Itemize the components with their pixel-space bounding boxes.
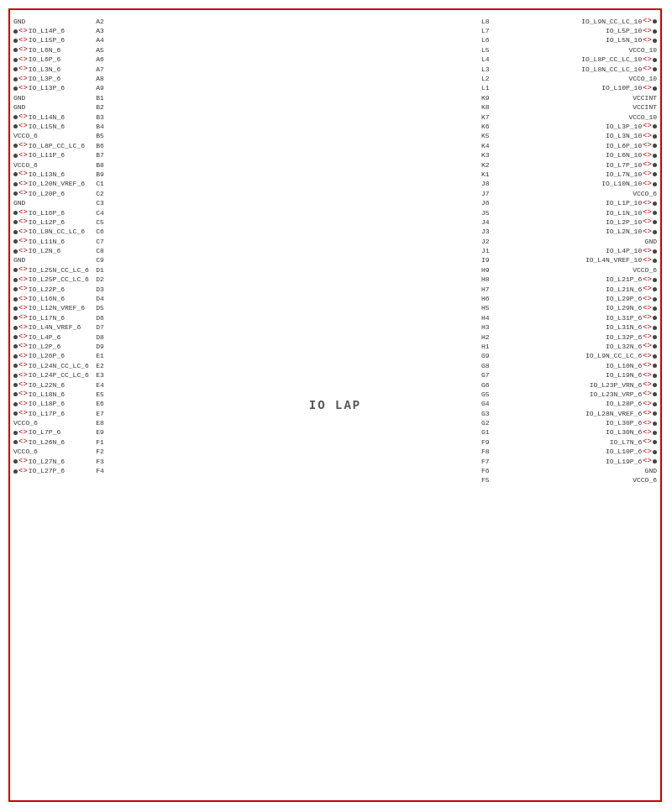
- pin-dot: [13, 154, 18, 158]
- pin-id: B3: [89, 114, 104, 121]
- pin-label: IO_L4P_6: [29, 334, 60, 341]
- pin-id: F5: [481, 477, 496, 484]
- left-pin-a3: <> IO_L14P_6 A3: [13, 26, 105, 35]
- pin-connector: <>: [18, 37, 28, 45]
- pin-dot: [13, 306, 18, 311]
- pin-dot: [13, 48, 18, 52]
- left-pin-b8: VCCO_6 B8: [13, 160, 105, 170]
- pin-dot: [653, 134, 657, 139]
- right-pin-j2: GND J2: [480, 237, 657, 246]
- pin-connector: <>: [643, 85, 652, 92]
- pin-id: C7: [89, 238, 104, 245]
- pin-dot: [653, 440, 657, 444]
- pin-label: IO_L20P_6: [29, 191, 65, 197]
- pin-id: B2: [89, 104, 104, 111]
- pin-dot: [13, 220, 18, 224]
- pin-connector: <>: [18, 458, 28, 465]
- pin-connector: <>: [643, 429, 652, 437]
- pin-label: VCCO_10: [628, 47, 657, 54]
- right-pin-j5: <> IO_L1N_10 J5: [480, 208, 657, 217]
- pin-dot: [653, 383, 657, 387]
- pin-label: IO_L8P_CC_LC_10: [581, 56, 642, 63]
- right-pin-k6: <> IO_L3P_10 K6: [480, 122, 657, 131]
- pin-dot: [13, 58, 18, 62]
- pin-id: F4: [89, 468, 104, 474]
- pin-id: E7: [89, 411, 104, 417]
- pin-label: IO_L9N_CC_LC_6: [585, 353, 642, 359]
- pin-connector: <>: [18, 152, 28, 160]
- pin-label: IO_L21P_6: [606, 276, 642, 283]
- pin-dot: [13, 268, 18, 272]
- pin-connector: <>: [643, 343, 652, 350]
- pin-id: E8: [89, 420, 104, 427]
- pin-label: IO_L25P_CC_LC_6: [29, 276, 89, 283]
- pin-dot: [13, 249, 18, 254]
- pin-dot: [653, 182, 657, 186]
- pin-dot: [653, 220, 657, 224]
- pin-dot: [653, 422, 657, 426]
- left-pin-e7: <> IO_L17P_6 E7: [13, 409, 105, 418]
- pin-label: VCCO_6: [633, 477, 657, 484]
- pin-id: F1: [89, 439, 104, 446]
- left-pin-e8: VCCO_6 E8: [13, 418, 105, 427]
- pin-label: IO_L3P_10: [606, 123, 642, 130]
- pin-id: A8: [89, 76, 104, 82]
- right-pin-h5: <> IO_L29N_6 H5: [480, 304, 657, 313]
- pin-id: J3: [481, 228, 496, 235]
- pin-id: D9: [89, 343, 104, 350]
- left-pin-c9: GND C9: [13, 256, 105, 265]
- pin-id: L6: [481, 37, 496, 44]
- pin-dot: [653, 154, 657, 158]
- pin-label: IO_L5N_10: [606, 37, 642, 44]
- pin-id: E6: [89, 401, 104, 407]
- pin-dot: [13, 29, 18, 34]
- left-pin-d5: <> IO_L12N_VREF_6 D5: [13, 304, 105, 313]
- pin-dot: [653, 86, 657, 91]
- chip-inner: GND A2 <> IO_L14P_6 A3 <> IO_L15P_6 A4 <…: [10, 10, 660, 800]
- left-pin-c1: <> IO_L20N_VREF_6 C1: [13, 180, 105, 189]
- pin-label: IO_L2N_6: [29, 248, 60, 254]
- pin-id: I9: [481, 257, 496, 264]
- pin-dot: [653, 163, 657, 167]
- left-pin-b6: <> IO_L8P_CC_LC_6 B6: [13, 141, 105, 150]
- pin-dot: [653, 316, 657, 320]
- right-pin-k5: <> IO_L3N_10 K5: [480, 132, 657, 141]
- pin-id: J8: [481, 181, 496, 187]
- pin-label: IO_L3N_10: [606, 133, 642, 139]
- pin-id: E4: [89, 382, 104, 389]
- pin-connector: <>: [18, 372, 28, 380]
- right-pin-f5: VCCO_6 F5: [480, 476, 657, 485]
- pin-label: IO_L20N_VREF_6: [29, 181, 85, 187]
- right-pin-g5: <> IO_L23N_VRP_6 G5: [480, 390, 657, 399]
- right-pin-k3: <> IO_L6N_10 K3: [480, 150, 657, 160]
- pin-dot: [13, 172, 18, 176]
- right-pin-h6: <> IO_L29P_6 H6: [480, 294, 657, 303]
- pin-id: G2: [481, 420, 496, 427]
- pin-label: VCCO_6: [13, 162, 38, 169]
- pin-connector: <>: [18, 276, 28, 284]
- pin-id: G8: [481, 363, 496, 369]
- pin-dot: [653, 230, 657, 234]
- pin-label: VCCO_6: [13, 448, 38, 455]
- pin-id: C6: [89, 228, 104, 235]
- left-pin-e1: <> IO_L26P_6 E1: [13, 352, 105, 361]
- pin-id: C8: [89, 248, 104, 254]
- pin-label: IO_L5P_10: [606, 28, 642, 34]
- pin-label: IO_L7P_6: [29, 429, 60, 436]
- left-pin-a6: <> IO_L6P_6 A6: [13, 55, 105, 65]
- left-pin-b2: GND B2: [13, 103, 105, 113]
- pin-label: IO_L12N_VREF_6: [29, 305, 85, 312]
- pin-label: IO_L31P_6: [606, 315, 642, 322]
- pin-dot: [653, 374, 657, 378]
- pin-id: C9: [89, 257, 104, 264]
- pin-id: K9: [481, 95, 496, 102]
- pin-connector: <>: [18, 362, 28, 369]
- pin-id: A4: [89, 37, 104, 44]
- pin-id: G3: [481, 411, 496, 417]
- left-pin-d4: <> IO_L16N_6 D4: [13, 294, 105, 303]
- pin-dot: [13, 402, 18, 406]
- pin-id: H1: [481, 343, 496, 350]
- pin-label: IO_L29N_6: [606, 305, 642, 312]
- right-pin-g4: <> IO_L28P_6 G4: [480, 400, 657, 409]
- pin-id: J1: [481, 248, 496, 254]
